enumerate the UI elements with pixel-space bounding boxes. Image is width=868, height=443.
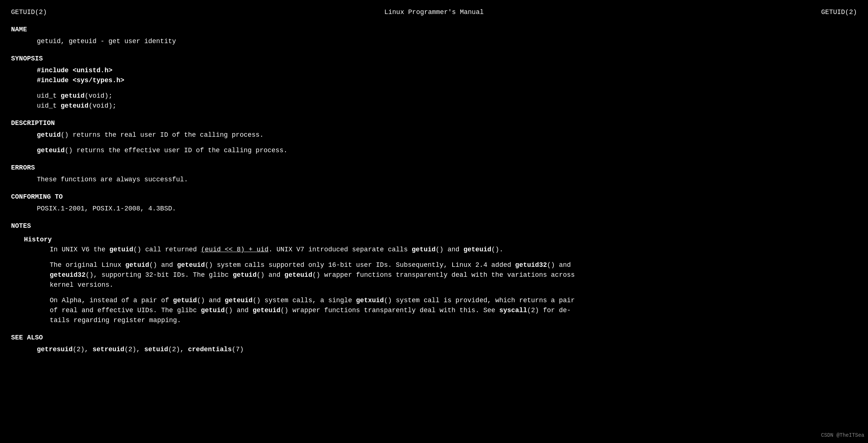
include1-text: #include <unistd.h>	[37, 67, 112, 74]
func2-name: geteuid	[61, 102, 89, 109]
errors-heading: ERRORS	[11, 163, 857, 173]
getuid-ref5: getuid	[233, 271, 257, 279]
see-also-t3: (2),	[168, 346, 188, 353]
syscall-ref: syscall	[499, 307, 527, 314]
setreuid-ref: setreuid	[92, 346, 124, 353]
getuid-ref4: getuid	[125, 261, 149, 269]
getxuid-ref: getxuid	[356, 297, 384, 304]
synopsis-heading: SYNOPSIS	[11, 54, 857, 64]
history-para2-t6: () and	[225, 307, 253, 314]
header-left: GETUID(2)	[11, 7, 47, 17]
history-line1: In UNIX V6 the getuid() call returned (e…	[11, 245, 857, 255]
getresuid-ref: getresuid	[37, 346, 73, 353]
getuid32-ref: getuid32	[515, 261, 547, 269]
history-para2-t3: () system calls, a single	[253, 297, 356, 304]
name-heading: NAME	[11, 25, 857, 35]
history-para2-t8: (2) for de-	[527, 307, 571, 314]
history-para2-t9: tails regarding register mapping.	[50, 317, 181, 324]
history-line1-mid3: () and	[436, 246, 464, 253]
geteuid-ref5: geteuid	[225, 297, 253, 304]
description-line1: getuid() returns the real user ID of the…	[11, 130, 857, 140]
include2-text: #include <sys/types.h>	[37, 77, 124, 84]
euid-ref: (euid << 8) + uid	[201, 246, 268, 253]
setuid-ref: setuid	[144, 346, 168, 353]
synopsis-func2: uid_t geteuid(void);	[11, 101, 857, 111]
conforming-heading: CONFORMING TO	[11, 192, 857, 202]
name-section: NAME getuid, geteuid - get user identity	[11, 25, 857, 46]
history-para2-t7: () wrapper functions transparently deal …	[281, 307, 499, 314]
func2-args: (void);	[88, 102, 116, 109]
credentials-ref: credentials	[188, 346, 232, 353]
history-line1-mid1: () call returned	[133, 246, 201, 253]
watermark: CSDN @TheITSea	[821, 432, 864, 439]
geteuid-ref4: geteuid	[284, 271, 312, 279]
history-para2-t1: On Alpha, instead of a pair of	[50, 297, 173, 304]
history-para1-t7: () wrapper functions transparently deal …	[312, 271, 575, 279]
history-para1-t3: () system calls supported only 16-bit us…	[205, 261, 515, 269]
history-para2-t5: of real and effective UIDs. The glibc	[50, 307, 201, 314]
synopsis-func1: uid_t getuid(void);	[11, 91, 857, 101]
geteuid-ref2: geteuid	[463, 246, 491, 253]
header-center: Linux Programmer's Manual	[384, 7, 484, 17]
getuid-ref6: getuid	[173, 297, 197, 304]
notes-heading: NOTES	[11, 221, 857, 231]
synopsis-include2: #include <sys/types.h>	[11, 76, 857, 86]
func1-return: uid_t	[37, 92, 61, 100]
history-para1-t6: () and	[257, 271, 285, 279]
errors-section: ERRORS These functions are always succes…	[11, 163, 857, 185]
see-also-content: getresuid(2), setreuid(2), setuid(2), cr…	[11, 345, 857, 355]
header-right: GETUID(2)	[821, 7, 857, 17]
history-line1-prefix: In UNIX V6 the	[50, 246, 109, 253]
description-line2: geteuid() returns the effective user ID …	[11, 146, 857, 156]
history-line1-mid2: . UNIX V7 introduced separate calls	[268, 246, 412, 253]
history-para1-t2: () and	[149, 261, 177, 269]
history-para1-t1: The original Linux	[50, 261, 125, 269]
history-heading: History	[11, 235, 857, 245]
synopsis-include1: #include <unistd.h>	[11, 66, 857, 76]
see-also-heading: SEE ALSO	[11, 333, 857, 343]
conforming-section: CONFORMING TO POSIX.1-2001, POSIX.1-2008…	[11, 192, 857, 214]
geteuid-ref3: geteuid	[177, 261, 205, 269]
func2-return: uid_t	[37, 102, 61, 109]
conforming-content: POSIX.1-2001, POSIX.1-2008, 4.3BSD.	[11, 204, 857, 214]
see-also-t1: (2),	[73, 346, 92, 353]
history-para2-t4: () system call is provided, which return…	[384, 297, 574, 304]
desc-line2-rest: () returns the effective user ID of the …	[65, 147, 288, 154]
geteuid-ref6: geteuid	[253, 307, 281, 314]
history-para1-t4: () and	[547, 261, 571, 269]
history-para2-t2: () and	[197, 297, 225, 304]
history-line1-end: ().	[491, 246, 503, 253]
history-para1: The original Linux getuid() and geteuid(…	[11, 260, 857, 290]
name-content: getuid, geteuid - get user identity	[11, 36, 857, 46]
func1-args: (void);	[85, 92, 113, 100]
history-para1-t5: (), supporting 32-bit IDs. The glibc	[85, 271, 233, 279]
notes-section: NOTES History In UNIX V6 the getuid() ca…	[11, 221, 857, 325]
description-section: DESCRIPTION getuid() returns the real us…	[11, 118, 857, 156]
getuid-ref7: getuid	[201, 307, 225, 314]
history-para1-t8: kernel versions.	[50, 281, 113, 289]
page-header: GETUID(2) Linux Programmer's Manual GETU…	[11, 7, 857, 17]
synopsis-section: SYNOPSIS #include <unistd.h> #include <s…	[11, 54, 857, 111]
errors-content: These functions are always successful.	[11, 175, 857, 185]
history-para2: On Alpha, instead of a pair of getuid() …	[11, 296, 857, 325]
func1-name: getuid	[61, 92, 85, 100]
see-also-t4: (7)	[232, 346, 243, 353]
description-heading: DESCRIPTION	[11, 118, 857, 128]
getuid-ref2: getuid	[109, 246, 133, 253]
getuid-ref3: getuid	[412, 246, 436, 253]
geteuid32-ref: geteuid32	[50, 271, 85, 279]
desc-line1-rest: () returns the real user ID of the calli…	[61, 131, 264, 139]
getuid-ref1: getuid	[37, 131, 61, 139]
see-also-section: SEE ALSO getresuid(2), setreuid(2), setu…	[11, 333, 857, 355]
see-also-t2: (2),	[124, 346, 144, 353]
geteuid-ref1: geteuid	[37, 147, 65, 154]
